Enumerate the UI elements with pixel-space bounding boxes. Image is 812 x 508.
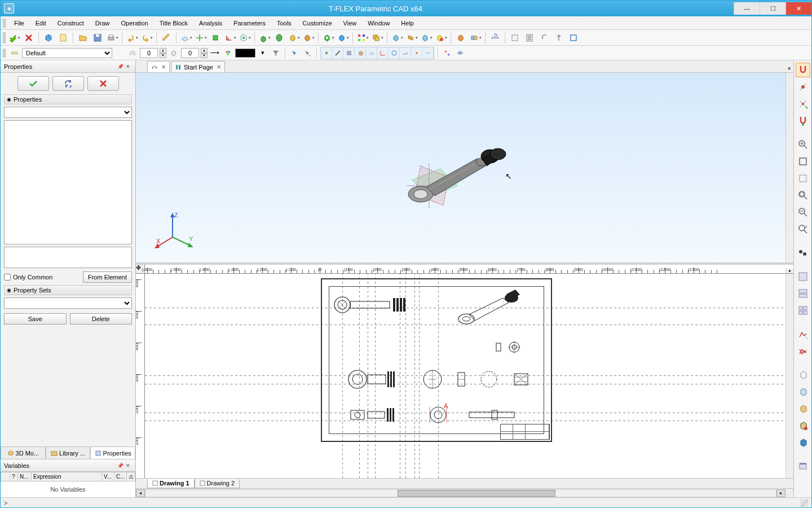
var-col-warn[interactable]: ⚠ — [127, 472, 135, 481]
filter-edge[interactable] — [332, 47, 343, 59]
filter-node[interactable] — [411, 47, 422, 59]
properties-pin-button[interactable]: 📌 — [116, 63, 124, 71]
layer-icon[interactable] — [9, 47, 20, 59]
zoom-previous-button[interactable] — [796, 222, 810, 237]
3d-node-button[interactable] — [209, 31, 222, 45]
tab-properties[interactable]: Properties — [90, 447, 135, 459]
hscroll-left[interactable]: ◂ — [136, 489, 145, 497]
workplane-button[interactable] — [179, 31, 193, 45]
menu-edit[interactable]: Edit — [30, 18, 52, 28]
menu-window[interactable]: Window — [362, 18, 395, 28]
close-button[interactable]: ✕ — [785, 2, 811, 15]
2d-hscroll[interactable]: ◂ ▸ — [136, 488, 793, 497]
sketch-button[interactable] — [160, 31, 173, 45]
attach-button[interactable] — [537, 31, 551, 45]
insert-fragment-button[interactable] — [454, 31, 467, 45]
multiview-2-button[interactable] — [796, 286, 810, 301]
property-set-delete-button[interactable]: Delete — [70, 313, 133, 325]
doc-tab-part-close[interactable]: ✕ — [161, 64, 166, 70]
properties-apply-button[interactable] — [17, 76, 49, 91]
projection-button[interactable] — [508, 31, 522, 45]
explode-button[interactable] — [442, 47, 453, 59]
redraw-all-button[interactable] — [796, 344, 810, 358]
filter-path[interactable] — [400, 47, 411, 59]
axis-button[interactable] — [194, 31, 208, 45]
filter-profile[interactable] — [389, 47, 400, 59]
tab-library[interactable]: Library ... — [46, 447, 91, 459]
doc-tabs-dropdown[interactable]: ▾ — [785, 65, 793, 72]
doc-tab-part[interactable]: ✕ — [147, 61, 170, 72]
render-shaded-button[interactable] — [796, 401, 810, 416]
weld-button[interactable] — [434, 31, 448, 45]
properties-type-select[interactable] — [4, 107, 132, 118]
snap-intersection-button[interactable] — [796, 97, 810, 111]
property-sets-select[interactable] — [4, 297, 132, 309]
property-sets-header[interactable]: ◉Property Sets — [4, 285, 132, 295]
filter-construction[interactable] — [422, 47, 434, 59]
extrude-button[interactable] — [258, 31, 271, 45]
print-button[interactable] — [105, 31, 119, 45]
property-set-save-button[interactable]: Save — [4, 313, 67, 325]
horizontal-ruler[interactable]: ✥ |-600|-500|-400|-300|-200|-100|0|100|2… — [136, 265, 793, 274]
doc-tab-startpage[interactable]: Start Page ✕ — [171, 61, 225, 72]
zoom-out-button[interactable] — [796, 205, 810, 220]
zoom-page-button[interactable] — [796, 171, 810, 186]
cancel-button[interactable] — [22, 31, 36, 45]
snap-mid-button[interactable] — [796, 113, 810, 128]
toolbar2-grip[interactable] — [3, 49, 6, 58]
menu-customize[interactable]: Customize — [297, 18, 338, 28]
layer-select[interactable]: Default — [22, 48, 112, 58]
redo-button[interactable] — [140, 31, 153, 45]
variables-close-button[interactable]: ✕ — [124, 462, 132, 470]
variables-pin-button[interactable]: 📌 — [116, 462, 124, 470]
color-swatch[interactable] — [235, 49, 255, 58]
properties-close-button[interactable]: ✕ — [124, 63, 132, 71]
menu-help[interactable]: Help — [395, 18, 420, 28]
move-up-button[interactable] — [552, 31, 566, 45]
toolbar-grip[interactable] — [3, 32, 6, 43]
redraw-red-button[interactable] — [796, 327, 810, 341]
pan-button[interactable] — [796, 246, 810, 260]
minimize-button[interactable]: — — [734, 2, 760, 15]
revolve-button[interactable] — [272, 31, 286, 45]
3d-profile-button[interactable] — [238, 31, 251, 45]
sheet-tab-1[interactable]: Drawing 1 — [147, 479, 195, 488]
face-op-button[interactable] — [405, 31, 418, 45]
mate-button[interactable] — [469, 31, 482, 45]
3d-viewport[interactable]: Z X Y ↖ — [136, 73, 793, 265]
maximize-button[interactable]: ☐ — [760, 2, 785, 15]
zoom-window-button[interactable] — [796, 188, 810, 203]
selection-mode-1[interactable] — [289, 47, 300, 59]
menu-tools[interactable]: Tools — [271, 18, 297, 28]
apply-all-button[interactable] — [7, 31, 21, 45]
var-col-flag[interactable] — [1, 472, 10, 481]
ruler-right-button[interactable]: ▸ — [785, 268, 793, 273]
zoom-fit-button[interactable] — [796, 154, 810, 169]
filter-face[interactable] — [343, 47, 355, 59]
bom-button[interactable] — [523, 31, 536, 45]
render-shaded-edges-button[interactable] — [796, 418, 810, 433]
tab-3d-model[interactable]: 3D Mo... — [1, 447, 46, 459]
render-hidden-button[interactable] — [796, 384, 810, 399]
new-drawing-button[interactable] — [56, 31, 70, 45]
var-col-expression[interactable]: Expression — [32, 472, 102, 481]
var-col-q[interactable]: ? — [10, 472, 18, 481]
level-input-1[interactable] — [140, 48, 158, 58]
menu-view[interactable]: View — [338, 18, 363, 28]
multiview-1-button[interactable] — [796, 269, 810, 284]
2d-vscroll[interactable] — [785, 274, 793, 478]
properties-cancel-button[interactable] — [87, 76, 119, 91]
var-col-comment[interactable]: C... — [114, 472, 127, 481]
new-3d-model-button[interactable] — [42, 31, 55, 45]
menu-titleblock[interactable]: Title Block — [154, 18, 193, 28]
resize-grip[interactable] — [800, 499, 808, 507]
menu-file[interactable]: File — [8, 18, 30, 28]
boolean-button[interactable] — [287, 31, 301, 45]
menu-draw[interactable]: Draw — [90, 18, 116, 28]
from-element-button[interactable]: From Element — [83, 271, 132, 283]
var-col-name[interactable]: N... — [18, 472, 32, 481]
menu-analysis[interactable]: Analysis — [193, 18, 228, 28]
var-col-value[interactable]: V... — [102, 472, 114, 481]
linetype-button[interactable]: ⟶ — [209, 47, 220, 59]
menu-construct[interactable]: Construct — [52, 18, 90, 28]
